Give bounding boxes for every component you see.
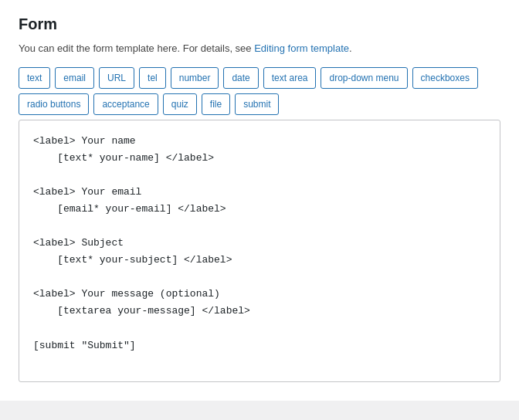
btn-number[interactable]: number <box>171 67 219 89</box>
btn-dropdown[interactable]: drop-down menu <box>321 67 407 89</box>
btn-radio[interactable]: radio buttons <box>19 93 89 115</box>
btn-tel[interactable]: tel <box>139 67 166 89</box>
description: You can edit the form template here. For… <box>19 41 500 56</box>
btn-text[interactable]: text <box>19 67 50 89</box>
tag-buttons-row2: radio buttonsacceptancequizfilesubmit <box>19 93 500 115</box>
btn-submit[interactable]: submit <box>235 93 279 115</box>
main-container: Form You can edit the form template here… <box>0 0 519 401</box>
page-title: Form <box>19 15 500 33</box>
btn-textarea[interactable]: text area <box>263 67 317 89</box>
btn-date[interactable]: date <box>223 67 258 89</box>
btn-acceptance[interactable]: acceptance <box>93 93 158 115</box>
btn-email[interactable]: email <box>55 67 94 89</box>
tag-buttons-row1: textemailURLtelnumberdatetext areadrop-d… <box>19 67 500 89</box>
btn-quiz[interactable]: quiz <box>163 93 197 115</box>
editing-form-template-link[interactable]: Editing form template <box>254 42 349 54</box>
form-template-editor[interactable]: <label> Your name [text* your-name] </la… <box>19 120 500 382</box>
btn-file[interactable]: file <box>202 93 230 115</box>
description-end: . <box>349 42 352 54</box>
description-text: You can edit the form template here. For… <box>19 42 254 54</box>
btn-url[interactable]: URL <box>99 67 134 89</box>
btn-checkboxes[interactable]: checkboxes <box>412 67 478 89</box>
